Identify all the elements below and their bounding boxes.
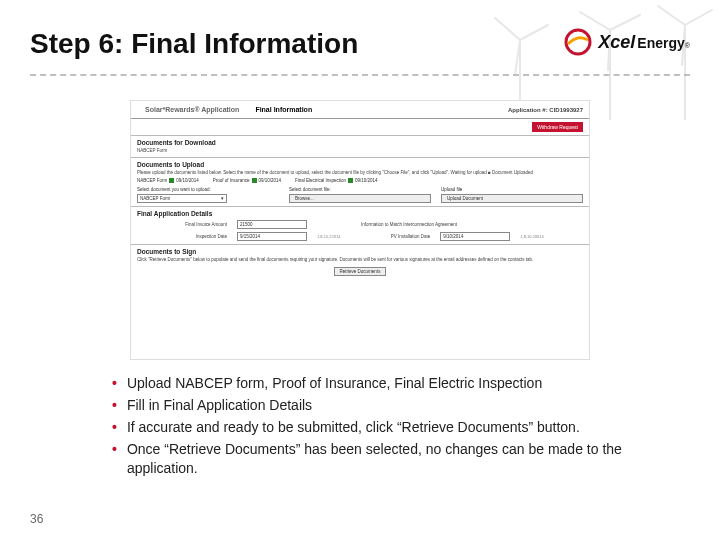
list-item: •Fill in Final Application Details: [112, 396, 672, 415]
bullet-text: If accurate and ready to be submitted, c…: [127, 418, 580, 437]
slide: Step 6: Final Information Xcel Energy ® …: [0, 0, 720, 540]
bullet-icon: •: [112, 396, 117, 415]
label-upload-file: Upload file: [441, 187, 583, 192]
chip-date: 09/10/2014: [355, 178, 378, 183]
chip-date: 09/10/2014: [176, 178, 199, 183]
page-title: Step 6: Final Information: [30, 28, 358, 60]
page-number: 36: [30, 512, 43, 526]
logo-xcel: Xcel: [598, 32, 635, 53]
upload-row: Select document you want to upload: NABC…: [137, 187, 583, 203]
chevron-down-icon: ▾: [221, 196, 224, 201]
upload-chips: NABCEP Form 09/10/2014 Proof of Insuranc…: [137, 178, 583, 183]
download-item[interactable]: NABCEP Form: [137, 148, 583, 154]
input-inspection-date[interactable]: 9/15/2014: [237, 232, 307, 241]
logo-energy: Energy: [637, 35, 684, 51]
app-screenshot: Solar*Rewards® Application Final Informa…: [130, 100, 590, 360]
check-icon: [348, 178, 353, 183]
logo-text: Xcel Energy ®: [598, 32, 690, 53]
bullet-text: Once “Retrieve Documents” has been selec…: [127, 440, 672, 478]
label-select-file: Select document file:: [289, 187, 431, 192]
input-final-invoice[interactable]: 21500: [237, 220, 307, 229]
upload-document-button[interactable]: Upload Document: [441, 194, 583, 203]
label-inspection-date: Inspection Date: [137, 234, 227, 239]
chip-nabcep: NABCEP Form: [137, 178, 167, 183]
tab-application[interactable]: Solar*Rewards® Application: [137, 104, 247, 115]
bullet-text: Fill in Final Application Details: [127, 396, 312, 415]
tab-row: Solar*Rewards® Application Final Informa…: [131, 101, 589, 119]
xcel-swirl-icon: [564, 28, 592, 56]
section-upload-title: Documents to Upload: [137, 161, 583, 168]
section-details-title: Final Application Details: [137, 210, 583, 217]
chip-fei: Final Electrical Inspection: [295, 178, 346, 183]
bullet-list: •Upload NABCEP form, Proof of Insurance,…: [112, 374, 672, 480]
label-final-invoice: Final Invoice Amount: [137, 222, 227, 227]
bullet-icon: •: [112, 418, 117, 437]
label-select-doc: Select document you want to upload:: [137, 187, 279, 192]
hint-pv: 1,8,10,20014: [520, 234, 543, 239]
hint-inspection: 1,8,15,22014: [317, 234, 340, 239]
list-item: •Upload NABCEP form, Proof of Insurance,…: [112, 374, 672, 393]
upload-instructions: Please upload the documents listed below…: [137, 170, 583, 176]
list-item: •Once “Retrieve Documents” has been sele…: [112, 440, 672, 478]
browse-button[interactable]: Browse...: [289, 194, 431, 203]
chip-date: 09/10/2014: [259, 178, 282, 183]
check-icon: [252, 178, 257, 183]
sign-instructions: Click "Retrieve Documents" below to popu…: [137, 257, 583, 263]
bullet-icon: •: [112, 374, 117, 393]
chip-poi: Proof of Insurance: [213, 178, 250, 183]
withdraw-button[interactable]: Withdraw Request: [532, 122, 583, 132]
section-upload: Documents to Upload Please upload the do…: [131, 157, 589, 206]
header: Step 6: Final Information Xcel Energy ®: [0, 0, 720, 70]
input-pv-date[interactable]: 9/10/2014: [440, 232, 510, 241]
section-sign-title: Documents to Sign: [137, 248, 583, 255]
button-row: Withdraw Request: [131, 119, 589, 135]
section-details: Final Application Details Final Invoice …: [131, 206, 589, 244]
section-download: Documents for Download NABCEP Form: [131, 135, 589, 157]
label-pv-date: PV Installation Date: [350, 234, 430, 239]
check-icon: [169, 178, 174, 183]
retrieve-documents-button[interactable]: Retrieve Documents: [334, 267, 387, 276]
logo: Xcel Energy ®: [564, 28, 690, 56]
section-download-title: Documents for Download: [137, 139, 583, 146]
bullet-text: Upload NABCEP form, Proof of Insurance, …: [127, 374, 542, 393]
bullet-icon: •: [112, 440, 117, 478]
application-number: Application #: CID1993927: [508, 107, 583, 113]
doc-select[interactable]: NABCEP Form▾: [137, 194, 227, 203]
list-item: •If accurate and ready to be submitted, …: [112, 418, 672, 437]
section-sign: Documents to Sign Click "Retrieve Docume…: [131, 244, 589, 283]
logo-registered: ®: [685, 42, 690, 49]
label-match: Information to Match Interconnection Agr…: [317, 222, 457, 227]
tab-final-info[interactable]: Final Information: [247, 104, 320, 115]
